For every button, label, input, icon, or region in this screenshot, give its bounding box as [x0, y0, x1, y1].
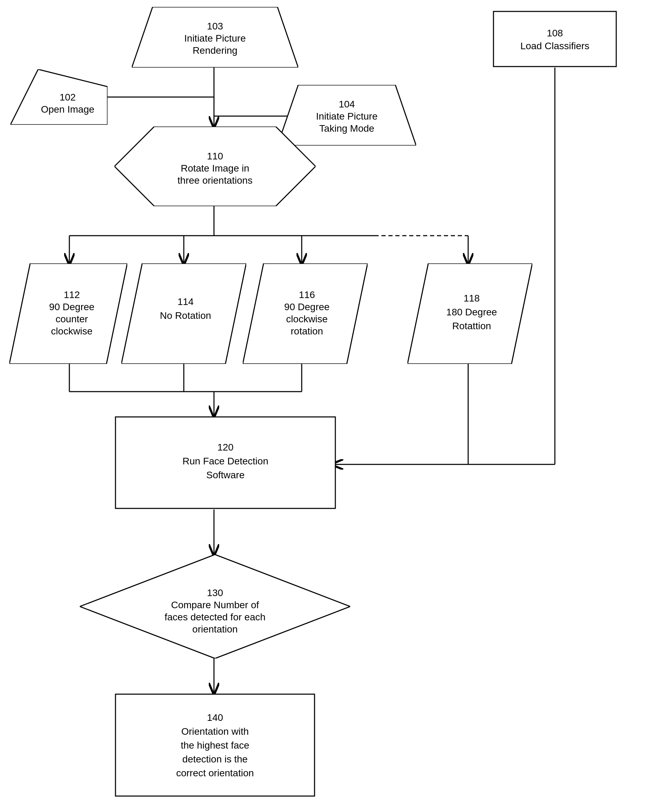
svg-text:the highest face: the highest face	[180, 740, 249, 751]
svg-text:orientation: orientation	[193, 624, 238, 635]
svg-text:Rendering: Rendering	[193, 45, 237, 56]
node-103: 103 Initiate Picture Rendering	[132, 7, 298, 67]
svg-text:130: 130	[207, 588, 223, 598]
node-130: 130 Compare Number of faces detected for…	[80, 554, 350, 658]
svg-text:90 Degree: 90 Degree	[49, 302, 95, 312]
svg-text:Rotattion: Rotattion	[452, 321, 491, 331]
svg-text:118: 118	[463, 293, 480, 304]
svg-text:120: 120	[217, 442, 234, 453]
svg-text:110: 110	[207, 151, 223, 162]
svg-text:Rotate Image in: Rotate Image in	[180, 163, 249, 174]
svg-text:103: 103	[207, 21, 223, 32]
svg-marker-26	[11, 69, 107, 125]
svg-text:90 Degree: 90 Degree	[284, 302, 330, 312]
svg-text:rotation: rotation	[291, 326, 323, 337]
node-120: 120 Run Face Detection Software	[115, 416, 336, 510]
flowchart-diagram: 103 Initiate Picture Rendering 102 Open …	[0, 0, 653, 812]
svg-text:Initiate Picture: Initiate Picture	[316, 111, 377, 122]
svg-text:112: 112	[64, 289, 80, 300]
svg-text:Orientation with: Orientation with	[181, 726, 249, 737]
node-102: 102 Open Image	[11, 69, 107, 125]
node-114: 114 No Rotation	[121, 263, 246, 364]
node-118: 118 180 Degree Rotattion	[407, 263, 532, 364]
node-112: 112 90 Degree counter clockwise	[9, 263, 127, 364]
svg-text:counter: counter	[55, 314, 88, 324]
svg-text:108: 108	[547, 28, 563, 38]
svg-text:clockwise: clockwise	[286, 314, 328, 324]
svg-text:clockwise: clockwise	[51, 326, 93, 337]
svg-text:180 Degree: 180 Degree	[446, 307, 497, 317]
node-110: 110 Rotate Image in three orientations	[115, 127, 316, 206]
node-116: 116 90 Degree clockwise rotation	[243, 263, 368, 364]
svg-text:Taking Mode: Taking Mode	[320, 123, 375, 134]
svg-text:correct orientation: correct orientation	[176, 768, 254, 778]
svg-text:104: 104	[339, 99, 355, 110]
svg-text:102: 102	[60, 92, 76, 102]
svg-text:Run Face Detection: Run Face Detection	[182, 456, 268, 467]
svg-text:116: 116	[299, 289, 315, 300]
svg-text:Compare Number of: Compare Number of	[171, 600, 259, 610]
svg-text:114: 114	[177, 296, 194, 307]
svg-text:detection is the: detection is the	[182, 754, 248, 765]
svg-text:140: 140	[207, 712, 223, 723]
node-108: 108 Load Classifiers	[492, 11, 617, 67]
svg-text:Software: Software	[206, 470, 245, 480]
svg-text:Open Image: Open Image	[41, 104, 94, 115]
svg-text:faces detected for each: faces detected for each	[164, 612, 265, 623]
svg-text:Load Classifiers: Load Classifiers	[520, 41, 589, 51]
svg-text:Initiate Picture: Initiate Picture	[184, 33, 246, 44]
svg-text:three orientations: three orientations	[177, 175, 252, 186]
node-140: 140 Orientation with the highest face de…	[115, 693, 316, 797]
svg-text:No Rotation: No Rotation	[160, 310, 211, 321]
svg-rect-33	[494, 11, 616, 67]
